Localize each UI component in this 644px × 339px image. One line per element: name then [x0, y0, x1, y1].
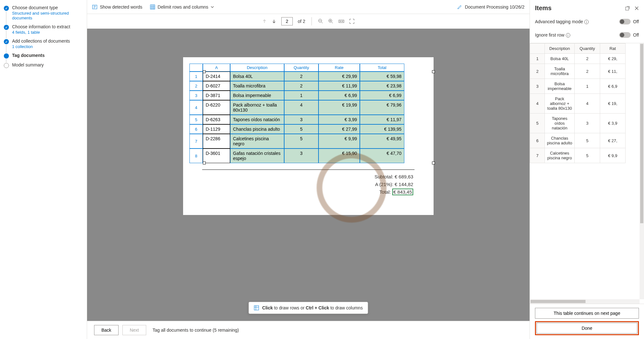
zoom-in-icon[interactable] [328, 19, 333, 24]
tagging-status: Tag all documents to continue (5 remaini… [153, 328, 239, 333]
list-item[interactable]: 3Bolsa impermeable1€ 6,9 [530, 79, 626, 94]
row-number[interactable]: 8 [189, 149, 203, 163]
step-title: Model summary [12, 62, 87, 67]
col-header[interactable]: A [203, 64, 230, 72]
step-title: Choose information to extract [12, 24, 87, 29]
step-info-extract[interactable]: Choose information to extract 4 fields, … [4, 24, 87, 35]
label: Document Processing 10/26/2 [465, 4, 524, 10]
advanced-tagging-toggle[interactable] [619, 19, 631, 24]
list-item[interactable]: 7Calcetines piscina negro5€ 9,9 [530, 148, 626, 163]
list-item[interactable]: 4Pack albornoz + toalla 80x1304€ 19, [530, 94, 626, 114]
col-header[interactable]: Description [230, 64, 284, 72]
row-number[interactable]: 1 [189, 72, 203, 81]
table-row[interactable]: 6D-1129Chanclas piscina adulto5€ 27,99€ … [189, 124, 434, 134]
cell-quantity: 5 [575, 133, 600, 148]
table-row[interactable]: 1D-2414Bolsa 40L2€ 29,99€ 59,98 [189, 72, 434, 81]
ignore-first-row-toggle[interactable] [619, 32, 631, 38]
show-detected-words-button[interactable]: Show detected words [92, 4, 142, 10]
zoom-out-icon[interactable] [318, 19, 323, 24]
done-button[interactable]: Done [537, 323, 637, 334]
cell-code: D-6263 [203, 115, 230, 124]
back-button[interactable]: Back [94, 325, 119, 335]
table-row[interactable]: 7D-2286Calcetines piscina negro5€ 9,99€ … [189, 134, 434, 149]
cell-quantity: 1 [575, 79, 600, 94]
cell-rate: € 27,99 [319, 124, 360, 134]
document-name[interactable]: Document Processing 10/26/2 [457, 4, 524, 10]
col-header[interactable]: Quantity [284, 64, 319, 72]
svg-rect-6 [626, 7, 629, 10]
col-header[interactable]: Total [360, 64, 404, 72]
cell-rate: € 29, [600, 54, 626, 64]
row-number[interactable]: 7 [189, 134, 203, 149]
cell-quantity: 3 [284, 115, 319, 124]
fit-width-icon[interactable] [339, 19, 344, 24]
step-collections[interactable]: Add collections of documents 1 collectio… [4, 38, 87, 49]
row-number[interactable]: 4 [189, 100, 203, 115]
next-button: Next [122, 325, 146, 335]
col-header[interactable]: Rate [319, 64, 360, 72]
vertical-scrollbar[interactable] [640, 43, 644, 299]
cell-rate: € 19,99 [319, 100, 360, 115]
row-number: 4 [530, 94, 545, 114]
step-document-type[interactable]: Choose document type Structured and semi… [4, 5, 87, 20]
table-row[interactable]: 2D-6027Toalla microfibra2€ 11,99€ 23,98 [189, 81, 434, 91]
info-icon[interactable]: i [566, 33, 570, 38]
cell-quantity: 2 [575, 64, 600, 79]
row-number[interactable]: 6 [189, 124, 203, 134]
coffee-stain-artifact [317, 153, 387, 223]
list-item[interactable]: 2Toalla microfibra2€ 11, [530, 64, 626, 79]
cell-quantity: 2 [284, 72, 319, 81]
resize-handle[interactable] [203, 162, 206, 164]
info-icon[interactable]: i [584, 20, 589, 24]
page-number-input[interactable] [281, 17, 293, 25]
check-icon [4, 25, 9, 30]
resize-handle[interactable] [203, 70, 206, 73]
row-number: 2 [530, 64, 545, 79]
table-row[interactable]: 5D-6263Tapones oídos natación3€ 3,99€ 11… [189, 115, 434, 124]
cell-total: € 11,97 [360, 115, 404, 124]
cell-quantity: 1 [284, 91, 319, 100]
row-number[interactable]: 3 [189, 91, 203, 100]
col-quantity[interactable]: Quantity [575, 44, 600, 54]
arrow-up-icon[interactable] [262, 19, 267, 24]
list-item[interactable]: 1Bolsa 40L2€ 29, [530, 54, 626, 64]
panel-title: Items [535, 4, 620, 12]
list-item[interactable]: 6Chanclas piscina adulto5€ 27, [530, 133, 626, 148]
toggle-state: Off [633, 32, 639, 38]
table-row[interactable]: 4D-6220Pack albornoz + toalla 80x1304€ 1… [189, 100, 434, 115]
cell-quantity: 3 [284, 149, 319, 163]
cell-quantity: 2 [575, 54, 600, 64]
cell-rate: € 29,99 [319, 72, 360, 81]
chevron-down-icon [211, 5, 214, 9]
detection-body[interactable]: 1D-2414Bolsa 40L2€ 29,99€ 59,982D-6027To… [189, 72, 434, 163]
svg-rect-1 [150, 5, 155, 9]
step-model-summary[interactable]: Model summary [4, 62, 87, 68]
list-item[interactable]: 5Tapones oídos natación3€ 3,9 [530, 114, 626, 133]
document-viewport[interactable]: A Description Quantity Rate Total 1D-241… [87, 29, 530, 321]
row-number[interactable]: 5 [189, 115, 203, 124]
col-description[interactable]: Description [545, 44, 575, 54]
items-panel: Items Advanced tagging modei Off Ignore … [530, 0, 644, 339]
fit-page-icon[interactable] [349, 19, 354, 24]
cell-description: Bolsa 40L [545, 54, 575, 64]
table-continues-button[interactable]: This table continues on next page [535, 308, 639, 319]
delimit-rows-columns-button[interactable]: Delimit rows and columns [150, 4, 214, 10]
row-number[interactable]: 2 [189, 81, 203, 91]
cell-total: € 79,96 [360, 100, 404, 115]
cell-rate: € 6,99 [319, 91, 360, 100]
cell-quantity: 3 [575, 114, 600, 133]
table-row[interactable]: 8D-3601Gafas natación cristales espejo3€… [189, 149, 434, 163]
resize-handle[interactable] [432, 162, 435, 164]
horizontal-scrollbar[interactable] [530, 299, 640, 304]
popout-icon[interactable] [625, 6, 630, 11]
page-of-label: of 2 [298, 19, 305, 24]
cell-code: D-2414 [203, 72, 230, 81]
close-icon[interactable] [634, 6, 639, 10]
resize-handle[interactable] [432, 70, 435, 73]
arrow-down-icon[interactable] [272, 19, 276, 24]
col-rate[interactable]: Rat [600, 44, 626, 54]
check-icon [4, 6, 9, 11]
step-tag-documents[interactable]: Tag documents [4, 53, 87, 59]
step-title: Add collections of documents [12, 38, 87, 44]
table-row[interactable]: 3D-3871Bolsa impermeable1€ 6,99€ 6,99 [189, 91, 434, 100]
